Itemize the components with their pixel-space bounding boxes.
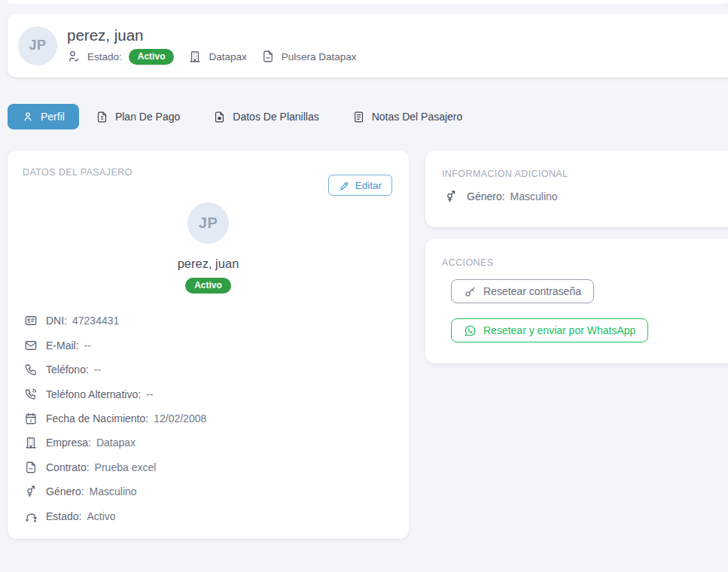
phone-icon [24,363,38,376]
field-value: 47234431 [72,315,119,327]
id-card-icon [24,314,38,327]
pencil-icon [339,180,350,191]
field-label: Teléfono: [46,364,89,376]
reset-whatsapp-button[interactable]: Resetear y enviar por WhatsApp [451,318,648,342]
field-value: 12/02/2008 [154,412,206,424]
field-row-phone: Teléfono: -- [23,358,394,382]
field-row-gender: Género: Masculino [442,190,725,203]
header-bracelet-label: Pulsera Datapax [282,51,357,62]
gender-icon [444,190,458,203]
phone-alt-icon [24,388,38,401]
header-status-label: Estado: [87,51,122,62]
building-icon [188,50,202,63]
field-row-company: Empresa: Datapax [23,431,394,455]
field-value: -- [146,388,153,400]
edit-button-label: Editar [355,180,382,191]
field-row-phone-alt: Teléfono Alternativo: -- [23,382,394,406]
route-icon [24,510,38,523]
field-row-contract: Contrato: Prueba excel [23,455,394,479]
field-label: Contrato: [46,461,90,473]
field-label: Teléfono Alternativo: [46,388,141,400]
field-label: E-Mail: [46,339,79,351]
field-label: Fecha de Nacimiento: [46,412,148,424]
profile-summary: JP perez, juan Activo [23,202,394,294]
passenger-header-card: JP perez, juan Estado: Activo Datapax [8,14,728,78]
mail-icon [24,339,38,352]
tab-plan-de-pago-label: Plan De Pago [115,111,180,123]
field-row-birthdate: Fecha de Nacimiento: 12/02/2008 [23,406,394,431]
file-dollar-icon: $ [96,111,108,123]
field-value: Masculino [90,485,137,497]
tab-perfil[interactable]: Perfil [8,104,79,129]
status-badge: Activo [129,49,175,65]
scrolled-element-edge [8,0,728,4]
field-row-gender: Género: Masculino [23,479,394,504]
field-value: -- [84,339,91,351]
gender-icon [24,485,38,498]
header-company-label: Datapax [209,51,246,62]
avatar: JP [18,26,57,65]
tab-notas-del-pasajero-label: Notas Del Pasajero [372,111,463,123]
file-table-icon [213,111,226,123]
field-value: Datapax [96,437,136,449]
field-row-dni: DNI: 47234431 [23,309,394,333]
tab-datos-de-planillas-label: Datos De Planillas [233,111,318,123]
profile-name: perez, juan [23,257,394,271]
reset-password-button[interactable]: Resetear contraseña [451,279,594,303]
additional-info-title: INFORMACIÓN ADICIONAL [442,169,725,179]
additional-info-card: INFORMACIÓN ADICIONAL Género: Masculino [425,151,728,227]
whatsapp-icon [464,324,477,337]
building-icon [24,436,38,449]
field-label: Género: [46,485,84,497]
tab-bar: Perfil $ Plan De Pago Datos De Planillas… [8,104,479,129]
tab-plan-de-pago[interactable]: $ Plan De Pago [79,104,196,129]
field-label: Género: [467,190,505,202]
key-icon [464,285,477,298]
reset-password-label: Resetear contraseña [483,285,581,297]
calendar-icon [24,412,38,425]
status-badge: Activo [185,278,231,294]
field-list: DNI: 47234431 E-Mail: -- Teléfono: -- Te… [23,309,394,528]
header-company-item: Datapax [188,50,246,63]
actions-title: ACCIONES [442,257,725,268]
field-label: Empresa: [46,437,91,449]
user-check-icon [67,50,81,63]
avatar-initials: JP [29,38,46,53]
page-title: perez, juan [67,26,357,44]
file-icon [261,50,275,63]
field-value: Activo [87,510,115,522]
header-bracelet-item: Pulsera Datapax [261,50,357,63]
reset-whatsapp-label: Resetear y enviar por WhatsApp [483,324,635,336]
file-icon [24,461,38,474]
user-icon [22,111,34,123]
tab-datos-de-planillas[interactable]: Datos De Planillas [196,104,335,129]
field-value: Masculino [510,190,558,202]
field-row-status: Estado: Activo [23,504,394,528]
field-label: DNI: [46,315,67,327]
actions-card: ACCIONES Resetear contraseña Resetear y … [425,239,728,364]
avatar: JP [187,202,229,244]
header-main: perez, juan Estado: Activo Datapax Pulse… [67,26,357,65]
field-value: -- [94,364,101,376]
avatar-initials: JP [199,214,218,232]
field-label: Estado: [46,510,81,522]
header-status-item: Estado: Activo [67,49,174,65]
svg-text:$: $ [101,114,104,120]
field-value: Prueba excel [95,461,157,473]
notes-icon [352,111,365,123]
header-meta: Estado: Activo Datapax Pulsera Datapax [67,49,357,65]
tab-perfil-label: Perfil [41,111,65,123]
field-row-email: E-Mail: -- [23,333,394,358]
edit-button[interactable]: Editar [328,175,392,196]
passenger-data-card: DATOS DEL PASAJERO Editar JP perez, juan… [8,151,409,539]
tab-notas-del-pasajero[interactable]: Notas Del Pasajero [336,104,480,129]
